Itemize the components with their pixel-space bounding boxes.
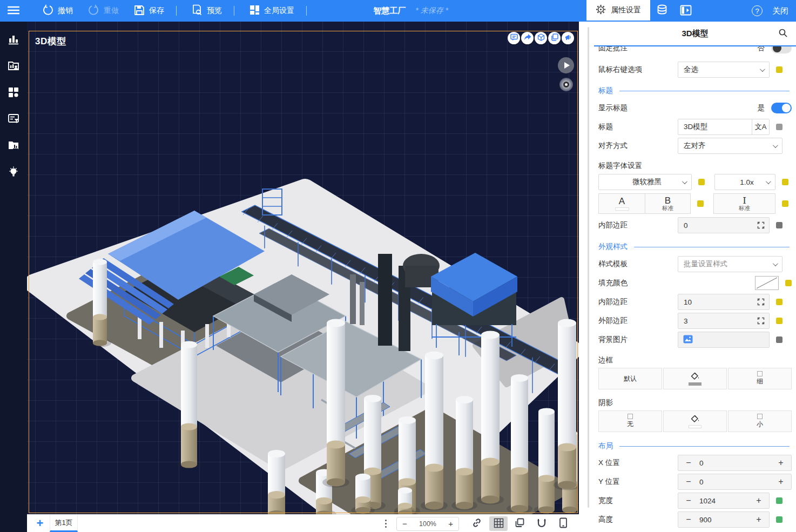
preview-play-button[interactable] xyxy=(558,57,574,73)
shadow-label: 阴影 xyxy=(598,398,792,407)
title-padding-input[interactable]: 0 xyxy=(678,218,753,233)
sidebar-item-idea[interactable] xyxy=(0,159,27,186)
outer-margin-input[interactable]: 3 xyxy=(678,313,753,328)
binding-indicator[interactable] xyxy=(697,200,704,207)
add-page-button[interactable]: + xyxy=(32,516,48,530)
style-template-select[interactable]: 批量设置样式 xyxy=(678,256,782,272)
width-value[interactable]: 1024 xyxy=(699,497,754,505)
binding-indicator[interactable] xyxy=(785,280,792,286)
binding-indicator[interactable] xyxy=(776,318,782,324)
sidebar-item-report-user[interactable] xyxy=(0,53,27,80)
inner-margin-input[interactable]: 10 xyxy=(678,294,753,309)
thin-border-icon xyxy=(757,371,763,376)
mobile-preview-button[interactable] xyxy=(554,516,572,531)
binding-indicator[interactable] xyxy=(782,200,788,207)
broadcast-button[interactable] xyxy=(562,32,574,44)
font-family-select[interactable]: 微软雅黑 xyxy=(598,174,692,190)
save-button[interactable]: 保存 xyxy=(134,5,164,17)
snap-magnet-button[interactable] xyxy=(532,516,551,531)
share-button[interactable] xyxy=(521,32,534,44)
redo-button[interactable]: 重做 xyxy=(88,4,119,17)
align-select[interactable]: 左对齐 xyxy=(678,138,782,154)
locate-target-button[interactable] xyxy=(559,78,573,91)
page-tab-label: 第1页 xyxy=(55,518,72,528)
increment-button[interactable]: + xyxy=(754,496,763,505)
decrement-button[interactable]: − xyxy=(684,496,693,505)
property-panel: 3D模型 固定批注 否 鼠标右键选项 全选 xyxy=(594,22,796,532)
bold-button[interactable]: B 标准 xyxy=(645,193,691,214)
zoom-in-button[interactable]: + xyxy=(448,520,453,528)
section-title-heading: 标题 xyxy=(598,86,792,95)
height-value[interactable]: 900 xyxy=(699,516,754,524)
link-tool-button[interactable] xyxy=(468,516,486,531)
border-color-button[interactable] xyxy=(663,368,727,389)
italic-state: 标准 xyxy=(739,205,750,211)
increment-button[interactable]: + xyxy=(754,515,763,524)
tab-properties[interactable]: 属性设置 xyxy=(586,0,650,22)
shadow-color-button[interactable] xyxy=(663,410,727,432)
expand-arrows-icon[interactable] xyxy=(753,313,769,328)
binding-indicator[interactable] xyxy=(776,222,782,228)
layers-button[interactable] xyxy=(511,516,529,531)
grid-toggle-button[interactable] xyxy=(489,516,508,531)
page-tab-1[interactable]: 第1页 xyxy=(50,515,78,532)
vertical-scrollbar[interactable] xyxy=(588,27,589,508)
close-button[interactable]: 关闭 xyxy=(772,6,788,16)
section-appearance-heading: 外观样式 xyxy=(598,243,792,251)
clipped-property-row: 固定批注 否 xyxy=(598,46,792,60)
decrement-button[interactable]: − xyxy=(684,515,693,524)
binding-indicator[interactable] xyxy=(776,497,782,504)
global-settings-button[interactable]: 全局设置 xyxy=(249,5,294,17)
undo-button[interactable]: 撤销 xyxy=(42,4,73,17)
shadow-none-button[interactable]: 无 xyxy=(598,410,662,432)
shadow-small-button[interactable]: 小 xyxy=(728,410,792,432)
clipped-row-toggle[interactable] xyxy=(771,46,792,53)
font-size-select[interactable]: 1.0x xyxy=(714,174,775,190)
show-title-toggle[interactable] xyxy=(771,103,792,113)
italic-button[interactable]: I 标准 xyxy=(713,193,775,214)
redo-label: 重做 xyxy=(104,6,119,16)
fill-color-swatch[interactable] xyxy=(755,276,779,290)
font-family-value: 微软雅黑 xyxy=(604,177,682,187)
binding-indicator[interactable] xyxy=(698,179,705,185)
font-color-button[interactable]: A xyxy=(598,193,645,214)
sidebar-item-form-filter[interactable] xyxy=(0,106,27,133)
preview-button[interactable]: 预览 xyxy=(192,4,222,17)
font-style-row: A B 标准 I 标准 xyxy=(598,193,792,214)
mouse-option-select[interactable]: 全选 xyxy=(678,62,770,78)
border-default-button[interactable]: 默认 xyxy=(598,368,662,389)
binding-indicator[interactable] xyxy=(776,516,782,523)
y-position-value[interactable]: 0 xyxy=(699,478,777,486)
sidebar-item-charts[interactable] xyxy=(0,27,27,53)
sidebar-item-folder-chart[interactable] xyxy=(0,133,27,159)
data-source-button[interactable] xyxy=(650,0,674,22)
increment-button[interactable]: + xyxy=(777,459,785,467)
title-input[interactable]: 3D模型 xyxy=(678,119,752,134)
duplicate-button[interactable] xyxy=(548,32,561,44)
expand-arrows-icon[interactable] xyxy=(753,218,769,233)
sidebar-item-widgets[interactable] xyxy=(0,80,27,106)
border-thin-button[interactable]: 细 xyxy=(728,368,792,389)
bg-image-picker[interactable] xyxy=(678,332,770,348)
help-button[interactable]: ? xyxy=(745,0,769,22)
expand-arrows-icon[interactable] xyxy=(753,294,769,309)
panel-layout-button[interactable] xyxy=(674,0,698,22)
cube-3d-button[interactable] xyxy=(535,32,547,44)
binding-indicator[interactable] xyxy=(776,336,782,343)
design-canvas[interactable]: 3D模型 xyxy=(27,22,579,514)
menu-button[interactable] xyxy=(0,0,27,22)
binding-indicator[interactable] xyxy=(782,179,788,185)
comment-button[interactable] xyxy=(508,32,520,44)
x-position-value[interactable]: 0 xyxy=(699,459,777,467)
binding-indicator[interactable] xyxy=(776,299,782,305)
database-icon xyxy=(656,4,668,18)
more-options-button[interactable] xyxy=(385,520,387,528)
zoom-out-button[interactable]: − xyxy=(402,520,407,528)
title-font-suffix-button[interactable]: 文A xyxy=(752,119,769,134)
binding-indicator[interactable] xyxy=(776,124,782,130)
increment-button[interactable]: + xyxy=(777,477,785,486)
panel-search-button[interactable] xyxy=(779,29,787,39)
binding-indicator[interactable] xyxy=(776,66,782,73)
decrement-button[interactable]: − xyxy=(684,477,693,486)
decrement-button[interactable]: − xyxy=(684,459,693,467)
